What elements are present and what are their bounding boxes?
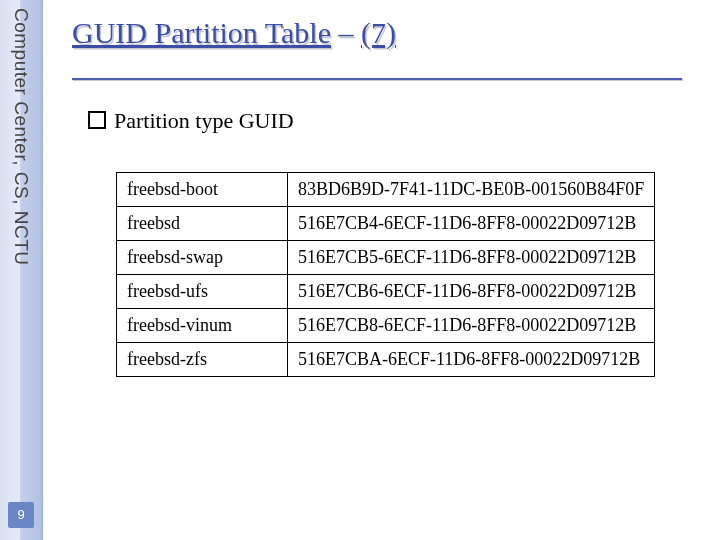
- partition-guid: 516E7CB8-6ECF-11D6-8FF8-00022D09712B: [288, 309, 655, 343]
- bullet-line: Partition type GUID: [88, 108, 294, 134]
- sidebar-text-wrap: Computer Center, CS, NCTU: [0, 0, 42, 460]
- slide-title: GUID Partition Table – (7): [72, 16, 396, 50]
- title-suffix: (7): [361, 16, 396, 49]
- guid-table: freebsd-boot 83BD6B9D-7F41-11DC-BE0B-001…: [116, 172, 655, 377]
- table-row: freebsd-ufs 516E7CB6-6ECF-11D6-8FF8-0002…: [117, 275, 655, 309]
- partition-name: freebsd-ufs: [117, 275, 288, 309]
- partition-name: freebsd-boot: [117, 173, 288, 207]
- table-row: freebsd-vinum 516E7CB8-6ECF-11D6-8FF8-00…: [117, 309, 655, 343]
- bullet-square-icon: [88, 111, 106, 129]
- title-separator: –: [331, 16, 361, 49]
- page-number: 9: [8, 502, 34, 528]
- partition-name: freebsd-swap: [117, 241, 288, 275]
- bullet-text: Partition type GUID: [114, 108, 294, 133]
- partition-name: freebsd-zfs: [117, 343, 288, 377]
- partition-guid: 516E7CB6-6ECF-11D6-8FF8-00022D09712B: [288, 275, 655, 309]
- partition-guid: 516E7CB5-6ECF-11D6-8FF8-00022D09712B: [288, 241, 655, 275]
- table-row: freebsd-swap 516E7CB5-6ECF-11D6-8FF8-000…: [117, 241, 655, 275]
- partition-name: freebsd: [117, 207, 288, 241]
- content-area: GUID Partition Table – (7) Partition typ…: [62, 0, 720, 540]
- title-underline-rule: [72, 78, 682, 80]
- sidebar-affiliation: Computer Center, CS, NCTU: [10, 8, 32, 265]
- partition-guid: 83BD6B9D-7F41-11DC-BE0B-001560B84F0F: [288, 173, 655, 207]
- sidebar: Computer Center, CS, NCTU 9: [0, 0, 43, 540]
- table-row: freebsd 516E7CB4-6ECF-11D6-8FF8-00022D09…: [117, 207, 655, 241]
- title-main: GUID Partition Table: [72, 16, 331, 49]
- partition-name: freebsd-vinum: [117, 309, 288, 343]
- table-row: freebsd-boot 83BD6B9D-7F41-11DC-BE0B-001…: [117, 173, 655, 207]
- table-row: freebsd-zfs 516E7CBA-6ECF-11D6-8FF8-0002…: [117, 343, 655, 377]
- partition-guid: 516E7CB4-6ECF-11D6-8FF8-00022D09712B: [288, 207, 655, 241]
- partition-guid: 516E7CBA-6ECF-11D6-8FF8-00022D09712B: [288, 343, 655, 377]
- guid-table-body: freebsd-boot 83BD6B9D-7F41-11DC-BE0B-001…: [117, 173, 655, 377]
